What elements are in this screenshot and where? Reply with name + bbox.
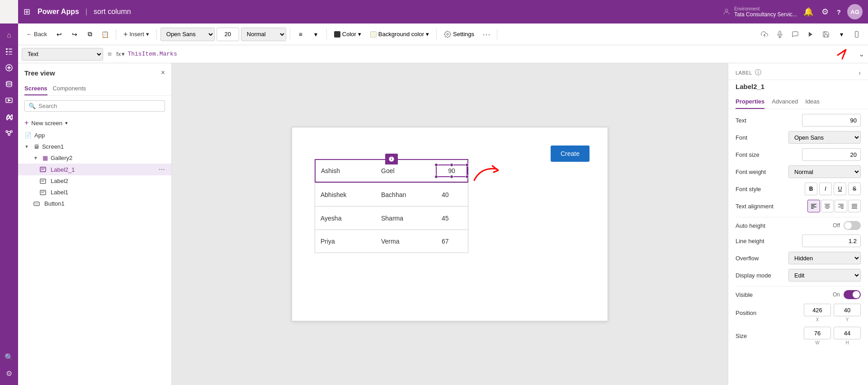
help-icon[interactable]: ? <box>835 6 843 18</box>
new-screen-button[interactable]: + New screen ▾ <box>18 116 171 130</box>
align-left-button[interactable] <box>807 200 820 212</box>
pos-x-label: X <box>804 317 831 322</box>
fontsize-prop-input[interactable] <box>802 148 861 161</box>
color-button[interactable]: Color ▾ <box>330 29 365 39</box>
back-button[interactable]: ← Back <box>23 29 51 39</box>
save-button[interactable] <box>819 28 833 41</box>
sidebar-media-icon[interactable] <box>2 93 16 108</box>
publish-button[interactable] <box>758 28 771 41</box>
property-selector[interactable]: Text <box>22 48 103 61</box>
resize-handle-tm[interactable] <box>450 163 453 167</box>
gallery-row-3[interactable]: Priya Verma 67 <box>315 230 468 253</box>
pos-y-input[interactable] <box>834 304 861 316</box>
tree-item-label1[interactable]: Label1 <box>18 187 171 198</box>
cell-marks-0[interactable]: 90 <box>436 164 467 177</box>
save-dropdown-button[interactable]: ▾ <box>835 28 848 41</box>
tree-item-label2-1[interactable]: Label2_1 ⋯ <box>18 164 171 175</box>
more-options-icon[interactable]: ⋯ <box>480 29 493 39</box>
toolbar-sep3 <box>290 29 290 40</box>
create-button[interactable]: Create <box>551 146 590 162</box>
settings-icon[interactable]: ⚙ <box>820 5 830 19</box>
resize-handle-bl[interactable] <box>434 175 438 178</box>
overflow-prop-select[interactable]: Hidden Scroll <box>788 252 861 264</box>
settings-button[interactable]: Settings <box>440 29 478 40</box>
search-input[interactable] <box>38 103 161 109</box>
font-size-input[interactable] <box>217 28 239 41</box>
align-justify-button[interactable] <box>848 200 861 212</box>
fontweight-prop-select[interactable]: Normal Bold <box>788 165 861 178</box>
text-prop-input[interactable] <box>802 114 861 127</box>
bold-button[interactable]: B <box>805 183 817 195</box>
pos-x-input[interactable] <box>804 304 831 316</box>
avatar[interactable]: AG <box>847 4 863 19</box>
formula-expand-button[interactable]: ⌄ <box>859 50 864 58</box>
copy-button[interactable]: ⧉ <box>83 28 97 41</box>
waffle-icon[interactable]: ⊞ <box>24 7 30 17</box>
help-circle-icon[interactable]: ⓘ <box>755 69 761 77</box>
paste-button[interactable]: 📋 <box>99 28 112 41</box>
gallery-row-2[interactable]: Ayesha Sharma 45 <box>315 206 468 230</box>
play-button[interactable] <box>804 29 817 39</box>
gallery-row-1[interactable]: Abhishek Bachhan 40 <box>315 183 468 206</box>
svg-rect-2 <box>6 51 8 52</box>
visible-toggle[interactable] <box>844 290 861 299</box>
tab-advanced[interactable]: Advanced <box>772 95 798 109</box>
font-family-select[interactable]: Open Sans <box>160 28 215 41</box>
autoheight-toggle[interactable] <box>844 221 861 230</box>
align-center-button[interactable] <box>821 200 834 212</box>
sidebar-home-icon[interactable]: ⌂ <box>2 28 16 42</box>
sidebar-settings-icon[interactable]: ⚙ <box>2 366 16 380</box>
align-right-button[interactable] <box>835 200 847 212</box>
lineheight-prop-input[interactable] <box>802 235 861 247</box>
font-prop-select[interactable]: Open Sans <box>788 131 861 144</box>
svg-rect-4 <box>6 54 8 55</box>
svg-rect-0 <box>6 48 8 50</box>
tree-item-app[interactable]: 📄 App <box>18 130 171 141</box>
italic-button[interactable]: I <box>819 183 832 195</box>
displaymode-prop-select[interactable]: Edit View Disabled <box>788 269 861 282</box>
tab-ideas[interactable]: Ideas <box>805 95 820 109</box>
displaymode-prop-label: Display mode <box>736 272 781 279</box>
tab-components[interactable]: Components <box>53 82 86 95</box>
resize-handle-br[interactable] <box>465 175 469 178</box>
resize-handle-tl[interactable] <box>434 163 438 167</box>
fx-button[interactable]: fx ▾ <box>116 51 125 57</box>
align-button[interactable]: ≡ <box>294 28 307 41</box>
size-w-group: W <box>804 327 831 345</box>
sidebar-search-icon[interactable]: 🔍 <box>2 350 16 364</box>
tab-properties[interactable]: Properties <box>736 95 764 109</box>
resize-handle-bm[interactable] <box>450 175 453 178</box>
sidebar-data-icon[interactable] <box>2 77 16 91</box>
tab-screens[interactable]: Screens <box>24 82 47 95</box>
size-w-input[interactable] <box>804 327 831 339</box>
redo-button[interactable]: ↪ <box>68 28 81 41</box>
undo-button[interactable]: ↩ <box>52 28 66 41</box>
lineheight-prop-label: Line height <box>736 238 781 244</box>
underline-button[interactable]: U <box>834 183 846 195</box>
panel-expand-icon[interactable]: › <box>859 69 861 76</box>
comment-button[interactable] <box>788 28 802 41</box>
tree-item-button1[interactable]: Button1 <box>18 198 171 209</box>
align-dropdown-button[interactable]: ▾ <box>309 28 323 41</box>
gallery-row-selected[interactable]: Ashish Goel 90 <box>315 159 468 183</box>
sidebar-vars-icon[interactable]: (x) <box>2 109 16 124</box>
formula-input[interactable] <box>127 48 830 61</box>
prop-overflow-row: Overflow Hidden Scroll <box>736 252 861 264</box>
tree-item-screen1[interactable]: ▼ 🖥 Screen1 <box>18 141 171 152</box>
tree-close-button[interactable]: × <box>161 69 165 77</box>
sidebar-treeview-icon[interactable] <box>2 44 16 59</box>
tree-item-label2[interactable]: Label2 <box>18 175 171 187</box>
sidebar-connectors-icon[interactable] <box>2 126 16 140</box>
size-h-input[interactable] <box>834 327 861 339</box>
bell-icon[interactable]: 🔔 <box>802 5 815 19</box>
microphone-button[interactable] <box>773 28 787 41</box>
resize-handle-tr[interactable] <box>465 163 469 167</box>
tree-item-gallery2[interactable]: ▼ ▦ Gallery2 <box>18 152 171 164</box>
bg-color-button[interactable]: Background color ▾ <box>367 29 433 39</box>
insert-button[interactable]: + Insert ▾ <box>120 28 153 40</box>
strikethrough-button[interactable]: S <box>848 183 861 195</box>
font-weight-select[interactable]: Normal Bold <box>241 28 286 41</box>
sidebar-insert-icon[interactable] <box>2 61 16 75</box>
label2-1-options-icon[interactable]: ⋯ <box>159 166 165 173</box>
phone-preview-button[interactable] <box>850 28 863 41</box>
